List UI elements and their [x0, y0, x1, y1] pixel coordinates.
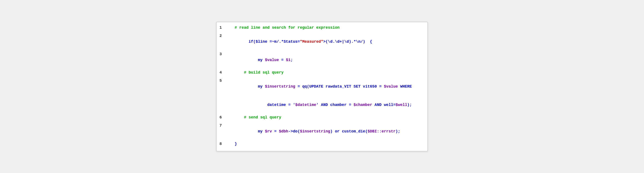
code-token: datetime = ': [239, 103, 295, 107]
code-token: $rv: [265, 129, 272, 134]
code-token: if($line =~m/.*Status=: [239, 39, 300, 44]
code-token: $value: [384, 84, 398, 89]
code-token: =: [272, 129, 279, 134]
line-number-5: 5: [216, 79, 225, 83]
code-block: 1 # read line and search for regular exp…: [216, 22, 428, 152]
code-token: >(\d.\d+|\d).*\n/) {: [323, 39, 372, 44]
code-token: $datetime: [295, 103, 316, 107]
line-number-2: 2: [216, 34, 225, 38]
code-token: $dbh: [279, 129, 288, 134]
line-content-5: my $insertstring = qq(UPDATE rawdata_VIT…: [225, 78, 412, 95]
code-token: my: [239, 58, 265, 62]
code-line-7: 7 my $rv = $dbh->do($insertstring) or cu…: [216, 122, 428, 141]
code-token: );: [396, 129, 400, 134]
line-number-4: 4: [216, 70, 225, 75]
code-token: my: [239, 129, 265, 134]
line-number-3: 3: [216, 52, 225, 56]
line-content-1: # read line and search for regular expre…: [225, 25, 340, 31]
code-token: $value: [265, 58, 279, 62]
code-token: ' AND chamber =: [316, 103, 354, 107]
code-token: $well: [396, 103, 407, 107]
line-content-7: my $rv = $dbh->do($insertstring) or cust…: [225, 123, 400, 140]
code-line-8: 8 }: [216, 141, 428, 149]
code-token: my: [239, 84, 265, 89]
code-line-1: 1 # read line and search for regular exp…: [216, 24, 428, 32]
line-content-5b: datetime = '$datetime' AND chamber = $ch…: [225, 96, 412, 114]
code-token: $insertstring: [265, 84, 295, 89]
line-number-1: 1: [216, 25, 225, 30]
code-token: $insertstring: [300, 129, 330, 134]
code-token: $1: [286, 58, 291, 62]
line-number-7: 7: [216, 123, 225, 128]
code-line-5: 5 my $insertstring = qq(UPDATE rawdata_V…: [216, 77, 428, 96]
line-content-2: if($line =~m/.*Status="Measured">(\d.\d+…: [225, 33, 372, 50]
line-content-3: my $value = $1;: [225, 51, 293, 69]
code-token: =: [279, 58, 286, 62]
line-content-8: }: [225, 141, 237, 147]
code-token: $chamber: [354, 103, 372, 107]
code-token: AND well=: [372, 103, 396, 107]
code-line-5b: datetime = '$datetime' AND chamber = $ch…: [216, 96, 428, 114]
line-content-6: # send sql query: [225, 115, 281, 120]
code-token: = qq(UPDATE rawdata_VIT SET vit650 =: [295, 84, 384, 89]
code-token: ) or custom_die(: [330, 129, 368, 134]
line-number-6: 6: [216, 115, 225, 120]
code-token: );: [407, 103, 412, 107]
code-line-3: 3 my $value = $1;: [216, 51, 428, 69]
code-line-2: 2 if($line =~m/.*Status="Measured">(\d.\…: [216, 32, 428, 51]
line-content-4: # build sql query: [225, 70, 284, 75]
code-token: ->do(: [288, 129, 300, 134]
code-token: "Measured": [300, 39, 323, 44]
code-token: ;: [290, 58, 293, 62]
line-number-8: 8: [216, 142, 225, 146]
code-line-6: 6 # send sql query: [216, 114, 428, 122]
code-line-4: 4 # build sql query: [216, 69, 428, 77]
code-token: $DBI::errstr: [368, 129, 396, 134]
code-token: WHERE: [398, 84, 412, 89]
